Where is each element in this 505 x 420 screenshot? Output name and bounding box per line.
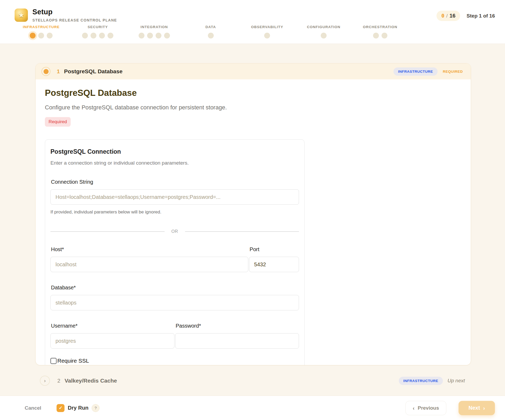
phase-label: CONFIGURATION (307, 25, 340, 29)
port-input[interactable] (249, 257, 299, 272)
phase-label: SECURITY (88, 25, 108, 29)
step-card-body: PostgreSQL Database Configure the Postgr… (36, 79, 471, 365)
radio-dot (44, 69, 49, 74)
section-title: PostgreSQL Database (64, 68, 122, 75)
password-input[interactable] (175, 333, 299, 349)
connection-string-label: Connection String (50, 178, 299, 186)
main-content: 1 PostgreSQL Database INFRASTRUCTURE REQ… (0, 44, 505, 396)
host-input[interactable] (50, 257, 248, 272)
host-label: Host* (50, 246, 248, 253)
database-label: Database* (50, 284, 299, 291)
phase-tab-infrastructure[interactable]: INFRASTRUCTURE (13, 25, 70, 39)
required-badge: REQUIRED (443, 70, 463, 74)
postgresql-step-card: 1 PostgreSQL Database INFRASTRUCTURE REQ… (35, 63, 471, 365)
phase-label: INTEGRATION (140, 25, 168, 29)
step-dot[interactable] (382, 33, 387, 38)
step-dot[interactable] (208, 33, 214, 38)
step-indicator: Step 1 of 16 (467, 13, 495, 19)
up-next-label: Up next (448, 378, 465, 384)
progress-summary: 0 / 16 Step 1 of 16 (436, 11, 495, 21)
app-subtitle: STELLAOPS RELEASE CONTROL PLANE (32, 18, 117, 22)
footer-bar: Cancel ✓ Dry Run ? ‹ Previous Next › (0, 396, 505, 420)
panel-title: PostgreSQL Connection (50, 148, 299, 156)
brand: ★ Setup STELLAOPS RELEASE CONTROL PLANE (15, 8, 495, 22)
progress-current: 0 (441, 13, 444, 19)
step-dot[interactable] (264, 33, 270, 38)
username-input[interactable] (50, 333, 174, 349)
phase-tab-orchestration[interactable]: ORCHESTRATION (352, 25, 408, 39)
port-label: Port (249, 246, 299, 253)
step-dot[interactable] (321, 33, 327, 38)
dry-run-group: ✓ Dry Run ? (57, 404, 100, 412)
page-title: PostgreSQL Database (45, 87, 461, 98)
require-ssl-label: Require SSL (57, 358, 89, 364)
divider-line (185, 231, 299, 232)
chevron-right-icon[interactable]: › (40, 376, 50, 386)
phase-tab-observability[interactable]: OBSERVABILITY (239, 25, 296, 39)
top-header: ★ Setup STELLAOPS RELEASE CONTROL PLANE … (0, 0, 505, 44)
chevron-left-icon: ‹ (413, 405, 415, 411)
question-icon[interactable]: ? (92, 404, 100, 412)
username-label: Username* (50, 322, 174, 329)
database-input[interactable] (50, 295, 299, 310)
next-category-badge: INFRASTRUCTURE (399, 377, 443, 385)
section-number: 1 (57, 68, 60, 75)
check-icon: ✓ (59, 405, 62, 411)
progress-count-badge: 0 / 16 (436, 11, 460, 21)
require-ssl-checkbox[interactable] (50, 358, 57, 364)
next-button[interactable]: Next › (459, 401, 495, 415)
step-dot[interactable] (47, 33, 53, 38)
phase-tab-security[interactable]: SECURITY (70, 25, 126, 39)
step-dot[interactable] (156, 33, 161, 38)
phase-tab-data[interactable]: DATA (182, 25, 239, 39)
step-dot[interactable] (147, 33, 153, 38)
required-pill: Required (45, 117, 71, 127)
step-dot[interactable] (38, 33, 44, 38)
page-description: Configure the PostgreSQL database connec… (45, 103, 461, 112)
step-dot[interactable] (99, 33, 105, 38)
app-title: Setup (32, 8, 117, 16)
connection-string-input[interactable] (50, 189, 299, 205)
phase-tab-configuration[interactable]: CONFIGURATION (296, 25, 352, 39)
chevron-right-icon: › (483, 405, 485, 411)
phase-label: INFRASTRUCTURE (23, 25, 60, 29)
radio-selected-icon[interactable] (41, 67, 50, 76)
next-section-number: 2 (57, 378, 60, 384)
next-label: Next (468, 405, 480, 411)
next-section-title: Valkey/Redis Cache (65, 378, 117, 384)
previous-label: Previous (418, 405, 439, 411)
step-dot[interactable] (108, 33, 113, 38)
category-badge: INFRASTRUCTURE (393, 67, 438, 76)
step-dot-active[interactable] (30, 33, 36, 38)
step-dot[interactable] (82, 33, 88, 38)
or-divider: OR (50, 229, 299, 234)
next-section-row[interactable]: › 2 Valkey/Redis Cache INFRASTRUCTURE Up… (35, 371, 471, 390)
panel-subtitle: Enter a connection string or individual … (50, 160, 299, 166)
dry-run-label: Dry Run (68, 405, 88, 411)
connection-string-helper: If provided, individual parameters below… (50, 209, 299, 215)
progress-separator: / (446, 13, 448, 19)
cancel-button[interactable]: Cancel (25, 405, 41, 411)
previous-button[interactable]: ‹ Previous (405, 401, 446, 415)
step-card-header[interactable]: 1 PostgreSQL Database INFRASTRUCTURE REQ… (36, 63, 471, 79)
or-label: OR (172, 229, 178, 234)
phase-label: DATA (206, 25, 216, 29)
phase-tab-integration[interactable]: INTEGRATION (126, 25, 182, 39)
phase-label: OBSERVABILITY (251, 25, 283, 29)
step-dot[interactable] (139, 33, 144, 38)
connection-panel: PostgreSQL Connection Enter a connection… (45, 139, 305, 365)
dry-run-checkbox[interactable]: ✓ (57, 404, 65, 412)
step-dot[interactable] (164, 33, 170, 38)
progress-total: 16 (450, 13, 455, 19)
divider-line (50, 231, 165, 232)
phase-tabs: INFRASTRUCTURESECURITYINTEGRATIONDATAOBS… (13, 25, 408, 39)
phase-label: ORCHESTRATION (363, 25, 397, 29)
step-dot[interactable] (373, 33, 379, 38)
app-logo-star-icon: ★ (15, 8, 28, 22)
step-dot[interactable] (91, 33, 96, 38)
password-label: Password* (175, 322, 299, 329)
